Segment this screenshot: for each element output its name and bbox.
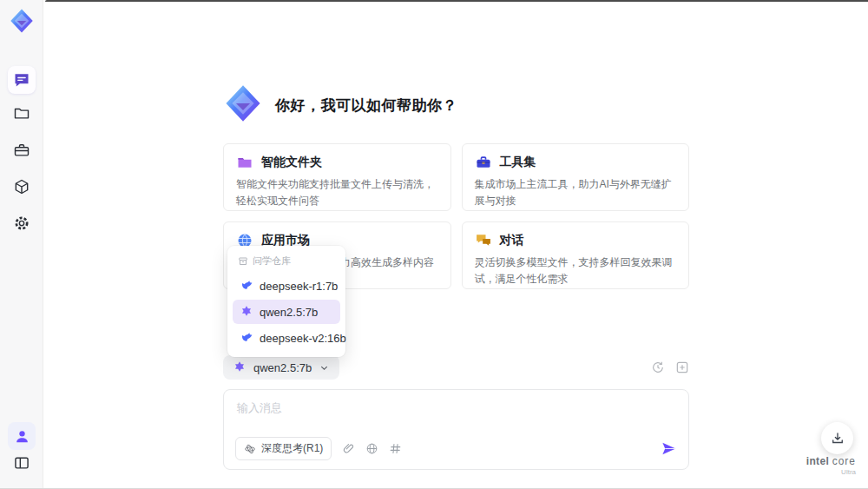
greeting-logo-icon	[223, 83, 263, 127]
model-dropdown: 问学仓库 deepseek-r1:7b qwen2.5:7b deepseek-…	[227, 246, 345, 357]
model-option-label: deepseek-r1:7b	[260, 280, 338, 293]
send-button[interactable]	[661, 440, 677, 457]
card-description: 灵活切换多模型文件，支持多样回复效果调试，满足个性化需求	[475, 254, 677, 287]
sidebar-item-settings[interactable]	[8, 209, 36, 237]
deep-think-label: 深度思考(R1)	[261, 441, 323, 456]
briefcase-icon	[13, 142, 30, 159]
chat-bubble-icon	[13, 71, 30, 89]
gear-icon	[13, 215, 30, 232]
panel-toggle-icon	[13, 454, 30, 472]
model-option-deepseek-v2[interactable]: deepseek-v2:16b	[233, 326, 340, 350]
deepseek-icon	[240, 331, 253, 345]
greeting-title: 你好，我可以如何帮助你？	[275, 96, 457, 116]
toolbox-icon	[475, 154, 492, 171]
intel-sub-text: Ultra	[806, 469, 856, 476]
intel-core-badge: intel core Ultra	[806, 453, 856, 476]
sidebar-item-user[interactable]	[8, 422, 36, 450]
app-logo-icon	[9, 8, 35, 34]
card-title: 智能文件夹	[261, 155, 322, 170]
download-button[interactable]	[821, 422, 853, 454]
intel-product-text: core	[832, 455, 856, 467]
model-selector[interactable]: qwen2.5:7b	[223, 355, 339, 380]
history-icon[interactable]	[651, 360, 665, 374]
message-input[interactable]	[235, 399, 681, 439]
sidebar-item-toolbox[interactable]	[8, 136, 36, 164]
chevron-down-icon	[319, 362, 330, 373]
smart-folder-icon	[236, 154, 253, 171]
chat-controls-row: qwen2.5:7b	[223, 355, 689, 380]
greeting-block: 你好，我可以如何帮助你？	[223, 83, 689, 127]
card-smart-folder[interactable]: 智能文件夹 智能文件夹功能支持批量文件上传与清洗，轻松实现文件问答	[223, 143, 451, 211]
deepseek-icon	[240, 279, 253, 293]
sidebar-item-apps[interactable]	[8, 173, 36, 201]
folder-icon	[13, 104, 30, 122]
app-window: 你好，我可以如何帮助你？ 智能文件夹 智能文件夹功能支持批量文件上传与清洗，轻松…	[0, 0, 868, 489]
new-chat-icon[interactable]	[675, 360, 689, 374]
qwen-icon	[240, 305, 253, 319]
model-option-label: deepseek-v2:16b	[260, 332, 346, 345]
dialog-icon	[475, 232, 492, 249]
hash-grid-icon[interactable]	[389, 442, 402, 455]
deep-think-toggle[interactable]: 深度思考(R1)	[235, 437, 332, 460]
model-option-deepseek-r1[interactable]: deepseek-r1:7b	[233, 274, 340, 298]
card-dialog[interactable]: 对话 灵活切换多模型文件，支持多样回复效果调试，满足个性化需求	[462, 221, 690, 289]
model-selector-value: qwen2.5:7b	[253, 361, 312, 374]
cube-icon	[13, 178, 30, 195]
intel-brand-text: intel	[806, 455, 829, 467]
input-toolbar: 深度思考(R1)	[235, 437, 677, 460]
attachment-icon[interactable]	[342, 442, 355, 455]
repo-icon	[238, 256, 248, 267]
globe-icon[interactable]	[365, 442, 378, 455]
sidebar	[0, 0, 43, 489]
model-dropdown-header-label: 问学仓库	[253, 254, 291, 268]
card-title: 对话	[500, 233, 524, 248]
qwen-icon	[233, 360, 247, 374]
download-icon	[830, 431, 845, 446]
send-icon	[661, 440, 677, 457]
deep-think-icon	[244, 443, 256, 455]
card-toolset[interactable]: 工具集 集成市场上主流工具，助力AI与外界无缝扩展与对接	[462, 143, 690, 211]
sidebar-item-panel-toggle[interactable]	[8, 449, 36, 477]
sidebar-item-chat[interactable]	[8, 66, 36, 94]
chat-header-icons	[651, 360, 689, 374]
main-content: 你好，我可以如何帮助你？ 智能文件夹 智能文件夹功能支持批量文件上传与清洗，轻松…	[223, 0, 689, 470]
model-option-qwen[interactable]: qwen2.5:7b	[233, 300, 340, 324]
model-dropdown-header: 问学仓库	[233, 253, 340, 272]
message-input-box: 深度思考(R1)	[223, 389, 689, 470]
card-title: 工具集	[500, 155, 536, 170]
card-description: 集成市场上主流工具，助力AI与外界无缝扩展与对接	[475, 176, 677, 208]
user-icon	[14, 428, 30, 445]
card-description: 智能文件夹功能支持批量文件上传与清洗，轻松实现文件问答	[236, 176, 438, 208]
model-option-label: qwen2.5:7b	[260, 306, 318, 319]
sidebar-item-folders[interactable]	[8, 99, 36, 127]
